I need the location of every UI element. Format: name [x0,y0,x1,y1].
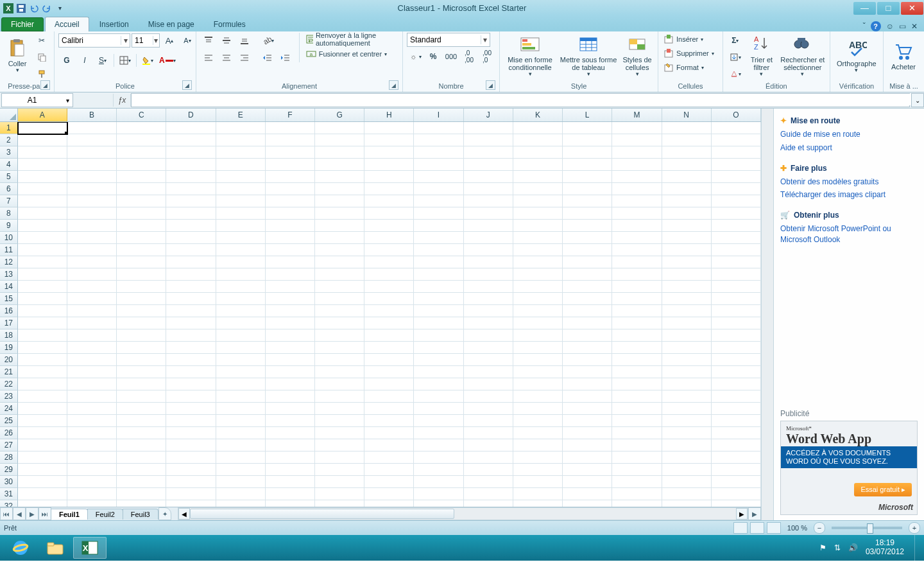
cell[interactable] [414,488,463,500]
show-desktop-button[interactable] [914,535,920,561]
cell[interactable] [464,427,513,439]
zoom-slider[interactable] [832,527,902,529]
cell[interactable] [166,305,216,317]
cell[interactable] [612,354,662,366]
row-header[interactable]: 24 [0,403,18,415]
number-format-input[interactable] [407,35,481,44]
cell[interactable] [612,256,662,268]
cell[interactable] [563,488,612,500]
undo-icon[interactable] [28,3,40,14]
cell[interactable] [18,159,67,171]
cell[interactable] [216,354,266,366]
cell[interactable] [18,293,67,305]
cell[interactable] [117,268,166,281]
cell[interactable] [712,195,761,207]
cell[interactable] [117,464,166,476]
cell[interactable] [117,451,166,464]
row-header[interactable]: 18 [0,329,18,342]
font-size-input[interactable] [132,36,153,45]
cell[interactable] [117,342,166,354]
cell[interactable] [117,329,166,342]
cell[interactable] [315,195,364,207]
cell[interactable] [712,464,761,476]
cell[interactable] [266,415,315,427]
row-header[interactable]: 29 [0,464,18,476]
cell[interactable] [216,342,266,354]
cell[interactable] [315,464,364,476]
cell[interactable] [67,183,117,195]
cell[interactable] [216,427,266,439]
row-header[interactable]: 25 [0,415,18,427]
row-header[interactable]: 23 [0,390,18,403]
cell[interactable] [166,476,216,488]
cell[interactable] [216,281,266,293]
cell[interactable] [513,244,563,256]
row-header[interactable]: 3 [0,146,18,159]
insert-function-button[interactable]: ƒx [113,94,131,107]
cell[interactable] [364,171,414,183]
cell[interactable] [414,195,463,207]
cell[interactable] [563,171,612,183]
cell[interactable] [712,488,761,500]
cell[interactable] [117,305,166,317]
link-clipart[interactable]: Télécharger des images clipart [780,189,918,200]
column-header[interactable]: N [662,109,712,121]
cell[interactable] [18,476,67,488]
cell[interactable] [662,268,712,281]
cell[interactable] [612,220,662,232]
align-bottom-button[interactable] [236,33,253,48]
cell[interactable] [464,134,513,146]
cell[interactable] [216,366,266,378]
cell[interactable] [563,220,612,232]
cell[interactable] [563,439,612,451]
cell[interactable] [513,439,563,451]
cell[interactable] [612,439,662,451]
cell[interactable] [414,366,463,378]
cell[interactable] [18,220,67,232]
cell[interactable] [315,317,364,329]
cell[interactable] [315,403,364,415]
cell[interactable] [712,378,761,390]
bold-button[interactable]: G [58,53,75,68]
cell[interactable] [563,378,612,390]
cell[interactable] [513,146,563,159]
cell[interactable] [117,390,166,403]
row-header[interactable]: 2 [0,134,18,146]
cell[interactable] [364,195,414,207]
cell[interactable] [166,378,216,390]
cell[interactable] [67,415,117,427]
row-header[interactable]: 30 [0,476,18,488]
cell[interactable] [117,232,166,244]
cell[interactable] [662,232,712,244]
cell[interactable] [563,232,612,244]
cell[interactable] [464,244,513,256]
cell[interactable] [712,281,761,293]
cell[interactable] [166,366,216,378]
cell[interactable] [166,195,216,207]
cell[interactable] [513,464,563,476]
cell[interactable] [414,342,463,354]
cell[interactable] [712,293,761,305]
cell[interactable] [464,415,513,427]
cell[interactable] [166,159,216,171]
cell[interactable] [662,415,712,427]
clear-button[interactable]: ▾ [727,66,744,82]
hscroll-end-button[interactable]: ▶ [748,507,761,520]
cell[interactable] [166,354,216,366]
shrink-font-button[interactable]: A▾ [179,33,196,48]
cell[interactable] [18,207,67,220]
cell[interactable] [464,293,513,305]
align-center-button[interactable] [218,50,235,66]
cell[interactable] [266,122,315,134]
cell[interactable] [166,500,216,507]
cell[interactable] [563,293,612,305]
cell[interactable] [266,281,315,293]
cell[interactable] [563,305,612,317]
column-header[interactable]: C [117,109,166,121]
cell[interactable] [464,146,513,159]
cell[interactable] [216,317,266,329]
format-as-table-button[interactable]: Mettre sous forme de tableau▾ [559,33,618,79]
cell[interactable] [117,488,166,500]
cell[interactable] [563,159,612,171]
feedback-icon[interactable]: ☺ [886,22,894,31]
